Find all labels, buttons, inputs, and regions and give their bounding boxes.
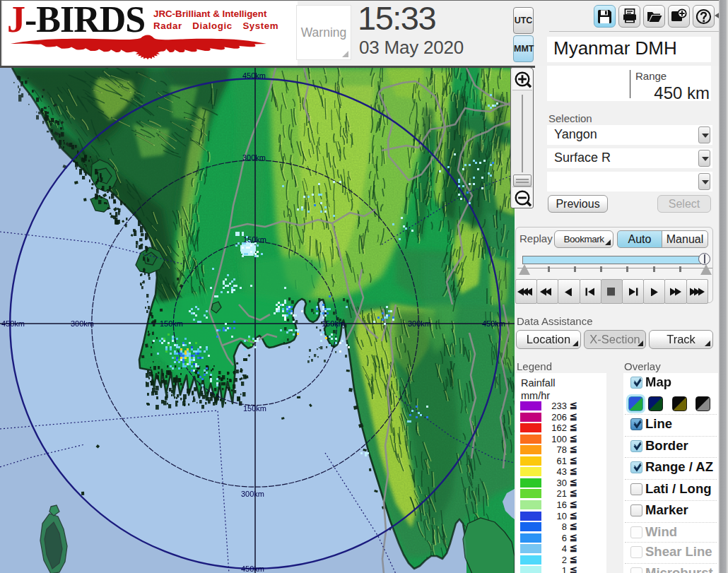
svg-text:150km: 150km: [322, 319, 345, 328]
svg-text:300km: 300km: [408, 319, 431, 328]
svg-text:150km: 150km: [160, 319, 183, 328]
svg-text:450km: 450km: [482, 319, 505, 328]
svg-text:300km: 300km: [241, 490, 264, 498]
svg-text:450km: 450km: [242, 71, 266, 80]
svg-text:300km: 300km: [71, 319, 94, 328]
svg-text:450km: 450km: [241, 565, 264, 573]
svg-text:150km: 150km: [243, 404, 266, 413]
svg-text:450km: 450km: [1, 319, 25, 328]
svg-text:150km: 150km: [243, 235, 266, 244]
svg-text:300km: 300km: [242, 153, 266, 162]
